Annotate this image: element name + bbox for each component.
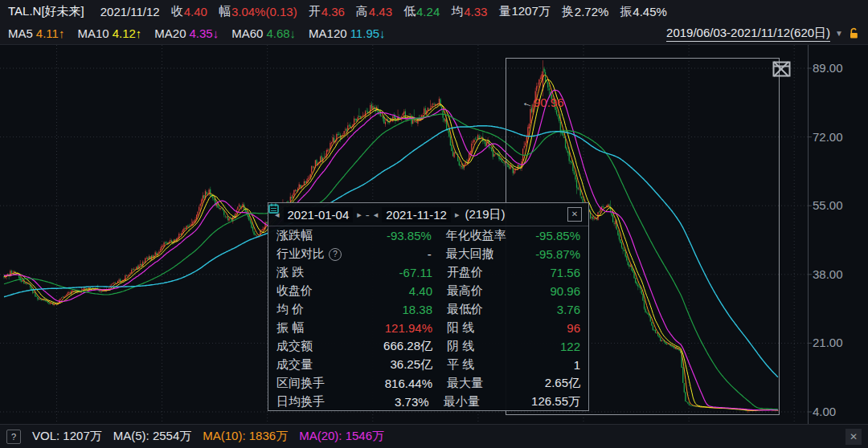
stat-label: 最大回撤 xyxy=(446,246,535,262)
y-axis-tick-label: 21.00 xyxy=(813,336,843,349)
stat-value: 126.55万 xyxy=(531,394,580,409)
y-axis-tick-label: 4.00 xyxy=(813,405,836,418)
stat-value: 36.25亿 xyxy=(363,357,432,373)
quote-fields: 收4.40幅3.04%(0.13)开4.36高4.43低4.24均4.33量12… xyxy=(171,4,667,19)
stat-value: 2.65亿 xyxy=(537,376,580,391)
date-separator: - xyxy=(366,208,370,222)
stats-row: 行业对比?-最大回撤-95.87% xyxy=(268,245,588,263)
stats-row: 收盘价4.40最高价90.96 xyxy=(268,282,588,300)
close-icon[interactable]: ✕ xyxy=(845,429,862,445)
stat-value: - xyxy=(362,247,431,261)
quote-field: 收4.40 xyxy=(171,4,207,19)
quote-field: 幅3.04%(0.13) xyxy=(219,4,297,19)
range-days-count: (219日) xyxy=(465,207,505,222)
stat-label: 平 线 xyxy=(447,357,537,373)
quote-field-value: 4.40 xyxy=(184,5,207,18)
stat-label: 最大量 xyxy=(447,376,537,391)
stat-value: -67.11 xyxy=(363,266,432,279)
y-axis-tick-label: 89.00 xyxy=(813,61,843,75)
ma-legend-item: MA54.11↑ xyxy=(8,26,64,40)
volume-legend-item: VOL: 1207万 xyxy=(32,429,102,444)
ma-label: MA5 xyxy=(8,26,33,40)
quote-field-value: 4.45% xyxy=(633,5,667,18)
stat-value: 4.40 xyxy=(363,284,432,298)
stat-label: 成交额 xyxy=(276,339,363,354)
chart-area: 89.0072.0055.0038.0021.004.00 ← xyxy=(0,45,868,424)
ma-label: MA20 xyxy=(154,26,186,40)
stat-label: 涨跌幅 xyxy=(276,228,362,243)
unlock-icon[interactable] xyxy=(848,27,860,39)
stat-label: 年化收益率 xyxy=(446,228,535,243)
stat-label: 成交量 xyxy=(276,357,363,373)
start-date-picker[interactable]: 2021-01-04 xyxy=(284,207,354,222)
stat-label: 涨 跌 xyxy=(276,265,363,280)
quote-date: 2021/11/12 xyxy=(100,5,160,18)
quote-field-value: 1207万 xyxy=(511,4,550,19)
quote-field-label: 低 xyxy=(403,4,416,19)
prev-date-arrow[interactable]: ◂ xyxy=(374,210,379,220)
symbol-name: TAL.N[好未来] xyxy=(8,4,84,19)
stat-label: 开盘价 xyxy=(447,265,537,280)
ma-value: 4.68↓ xyxy=(266,26,296,40)
y-axis-tick-label: 38.00 xyxy=(813,267,843,281)
ma-label: MA120 xyxy=(309,26,347,40)
stat-value: 71.56 xyxy=(537,266,580,279)
stats-row: 成交额666.28亿阴 线122 xyxy=(268,337,588,356)
quote-field-value: 4.43 xyxy=(369,5,392,18)
ma-label: MA10 xyxy=(77,26,108,40)
stat-value: 121.94% xyxy=(363,321,432,335)
ma-legend-bar: MA54.11↑MA104.12↑MA204.35↓MA604.68↓MA120… xyxy=(0,22,868,45)
stat-value: 90.96 xyxy=(537,284,580,298)
volume-legend-item: MA(5): 2554万 xyxy=(113,429,192,444)
help-icon[interactable]: ? xyxy=(329,248,342,261)
quote-field: 开4.36 xyxy=(309,4,345,19)
quote-field: 高4.43 xyxy=(356,4,392,19)
y-axis-tick-label: 72.00 xyxy=(813,130,843,144)
stat-value: 3.73% xyxy=(362,395,429,409)
quote-field: 换2.72% xyxy=(562,4,609,19)
quote-field-value: 3.04%(0.13) xyxy=(231,5,297,18)
quote-field: 低4.24 xyxy=(403,4,440,19)
stat-value: 816.44% xyxy=(363,377,432,390)
stats-row: 日均换手3.73%最小量126.55万 xyxy=(268,393,588,411)
date-range-selector[interactable]: 2019/06/03-2021/11/12(620日) xyxy=(666,26,830,42)
stat-value: -93.85% xyxy=(362,229,431,242)
stat-label: 日均换手 xyxy=(276,394,362,409)
calendar-icon xyxy=(268,203,279,214)
next-date-arrow[interactable]: ▸ xyxy=(455,210,460,220)
ma-legend: MA54.11↑MA104.12↑MA204.35↓MA604.68↓MA120… xyxy=(8,26,386,40)
stat-label: 行业对比? xyxy=(276,246,362,262)
range-stats-panel: ◂ 2021-01-04 ▸ - ◂ 2021-11-12 xyxy=(268,202,589,411)
quote-field: 均4.33 xyxy=(451,4,487,19)
volume-legend-bar: ? VOL: 1207万MA(5): 2554万MA(10): 1836万MA(… xyxy=(0,424,868,448)
ma-legend-item: MA104.12↑ xyxy=(77,26,141,40)
volume-legend-item: MA(20): 1546万 xyxy=(299,429,384,444)
quote-field-label: 量 xyxy=(498,4,510,19)
stat-label: 阳 线 xyxy=(447,320,537,336)
quote-field-value: 4.33 xyxy=(464,5,487,18)
next-date-arrow[interactable]: ▸ xyxy=(357,210,362,220)
y-axis-tick-label: 55.00 xyxy=(813,198,843,212)
stat-label: 均 价 xyxy=(276,302,363,317)
quote-field: 量1207万 xyxy=(498,4,550,19)
quote-field-label: 幅 xyxy=(219,4,231,19)
stats-row: 均 价18.38最低价3.76 xyxy=(268,300,588,319)
stat-label: 收盘价 xyxy=(276,283,363,299)
close-icon[interactable]: ✕ xyxy=(567,207,582,222)
chevron-down-icon[interactable]: ▼ xyxy=(835,29,843,38)
quote-field-value: 2.72% xyxy=(575,5,609,18)
stat-value: 96 xyxy=(537,321,580,335)
volume-legend-items: VOL: 1207万MA(5): 2554万MA(10): 1836万MA(20… xyxy=(32,429,384,444)
stats-row: 涨 跌-67.11开盘价71.56 xyxy=(268,263,588,282)
peak-price-annotation: ←90.96 xyxy=(522,96,564,109)
stats-row: 成交量36.25亿平 线1 xyxy=(268,356,588,374)
quote-field: 振4.45% xyxy=(620,4,667,19)
stat-value: -95.87% xyxy=(535,247,580,261)
ma-legend-item: MA12011.95↓ xyxy=(309,26,385,40)
stat-label: 最高价 xyxy=(447,283,537,299)
quote-field-label: 换 xyxy=(562,4,574,19)
end-date-picker[interactable]: 2021-11-12 xyxy=(382,207,451,222)
stat-label: 振 幅 xyxy=(276,320,363,336)
range-stats-header: ◂ 2021-01-04 ▸ - ◂ 2021-11-12 xyxy=(268,203,588,226)
help-icon[interactable]: ? xyxy=(6,430,21,444)
